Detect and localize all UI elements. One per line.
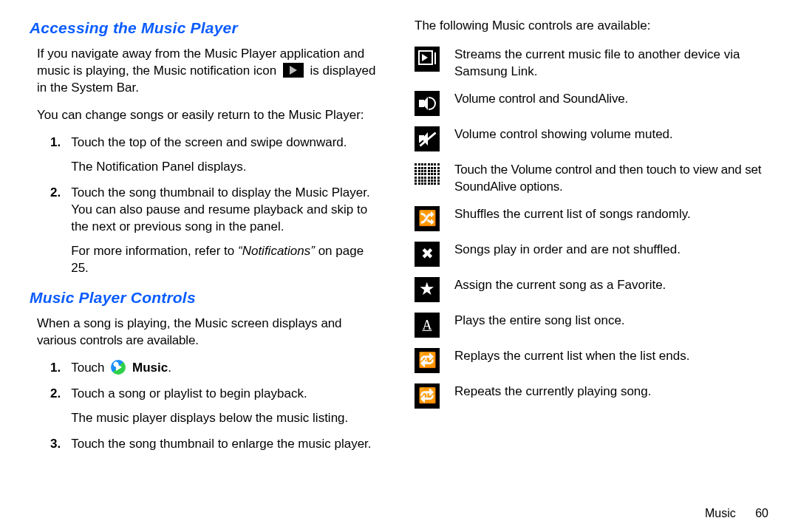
control-text: Songs play in order and are not shuffled…	[454, 242, 768, 259]
text: Touch	[71, 361, 108, 375]
right-column: The following Music controls are availab…	[415, 18, 768, 525]
text: .	[168, 361, 171, 375]
control-text: Volume control and SoundAlive.	[454, 91, 768, 108]
control-row-repeat-all: 🔁A Replays the current list when the lis…	[415, 348, 768, 373]
control-row-mute: Volume control showing volume muted.	[415, 126, 768, 151]
step-body: Touch Music.	[71, 360, 383, 377]
controls-step-1: 1. Touch Music.	[50, 360, 383, 377]
control-row-volume: Volume control and SoundAlive.	[415, 91, 768, 116]
step-body: Touch a song or playlist to begin playba…	[71, 386, 383, 427]
equalizer-icon	[415, 162, 440, 187]
left-column: Accessing the Music Player If you naviga…	[30, 18, 383, 525]
reference-notifications: “Notifications”	[238, 244, 315, 258]
access-step-1: 1. Touch the top of the screen and swipe…	[50, 134, 383, 176]
control-text: Shuffles the current list of songs rando…	[454, 206, 768, 223]
step-num: 1.	[50, 134, 61, 176]
step-body: Touch the song thumbnail to display the …	[71, 185, 383, 277]
step-line: For more information, refer to “Notifica…	[71, 243, 383, 277]
music-label: Music	[132, 361, 168, 375]
controls-step-2: 2. Touch a song or playlist to begin pla…	[50, 386, 383, 427]
step-num: 1.	[50, 360, 61, 377]
step-num: 3.	[50, 436, 61, 453]
heading-accessing: Accessing the Music Player	[30, 18, 383, 38]
shuffle-off-icon: ✖	[415, 242, 440, 267]
repeat-one-icon: 🔁1	[415, 383, 440, 409]
text: For more information, refer to	[71, 244, 238, 258]
controls-para-1: When a song is playing, the Music screen…	[37, 316, 383, 349]
control-row-repeat-one: 🔁1 Repeats the currently playing song.	[415, 383, 768, 409]
control-row-equalizer: Touch the Volume control and then touch …	[415, 162, 768, 196]
favorite-star-icon: ★	[415, 277, 440, 302]
control-row-stream: Streams the current music file to anothe…	[415, 47, 768, 81]
access-step-2: 2. Touch the song thumbnail to display t…	[50, 185, 383, 277]
repeat-all-icon: 🔁A	[415, 348, 440, 373]
music-app-icon	[111, 360, 126, 375]
step-body: Touch the song thumbnail to enlarge the …	[71, 436, 383, 453]
control-text: Touch the Volume control and then touch …	[454, 162, 768, 196]
access-para-2: You can change songs or easily return to…	[37, 107, 383, 124]
control-text: Assign the current song as a Favorite.	[454, 277, 768, 294]
control-row-shuffle-on: 🔀 Shuffles the current list of songs ran…	[415, 206, 768, 231]
stream-icon	[415, 47, 440, 72]
control-row-favorite: ★ Assign the current song as a Favorite.	[415, 277, 768, 302]
music-notification-icon	[283, 63, 304, 78]
shuffle-on-icon: 🔀	[415, 206, 440, 231]
step-line: Touch a song or playlist to begin playba…	[71, 386, 383, 403]
control-row-shuffle-off: ✖ Songs play in order and are not shuffl…	[415, 242, 768, 267]
footer-page-number: 60	[755, 507, 768, 519]
step-line: Touch the top of the screen and swipe do…	[71, 134, 383, 151]
step-body: Touch the top of the screen and swipe do…	[71, 134, 383, 176]
heading-controls: Music Player Controls	[30, 287, 383, 308]
step-line: The Notification Panel displays.	[71, 159, 383, 176]
step-line: The music player displays below the musi…	[71, 410, 383, 427]
control-text: Repeats the currently playing song.	[454, 383, 768, 400]
controls-intro: The following Music controls are availab…	[415, 18, 768, 35]
control-text: Streams the current music file to anothe…	[454, 47, 768, 81]
page-footer: Music 60	[705, 505, 768, 522]
text: When a song is playing, the Music screen…	[37, 316, 321, 330]
control-row-play-once: A Plays the entire song list once.	[415, 313, 768, 338]
step-num: 2.	[50, 386, 61, 427]
access-para-1: If you navigate away from the Music Play…	[37, 46, 383, 97]
mute-icon	[415, 126, 440, 151]
step-line: Touch the song thumbnail to display the …	[71, 185, 383, 236]
control-text: Replays the current list when the list e…	[454, 348, 768, 365]
controls-step-3: 3. Touch the song thumbnail to enlarge t…	[50, 436, 383, 453]
control-text: Plays the entire song list once.	[454, 313, 768, 330]
volume-icon	[415, 91, 440, 116]
control-text: Volume control showing volume muted.	[454, 126, 768, 143]
play-once-icon: A	[415, 313, 440, 338]
page-container: Accessing the Music Player If you naviga…	[0, 0, 798, 532]
step-num: 2.	[50, 185, 61, 277]
step-line: Touch the song thumbnail to enlarge the …	[71, 436, 383, 453]
footer-section: Music	[705, 507, 736, 519]
